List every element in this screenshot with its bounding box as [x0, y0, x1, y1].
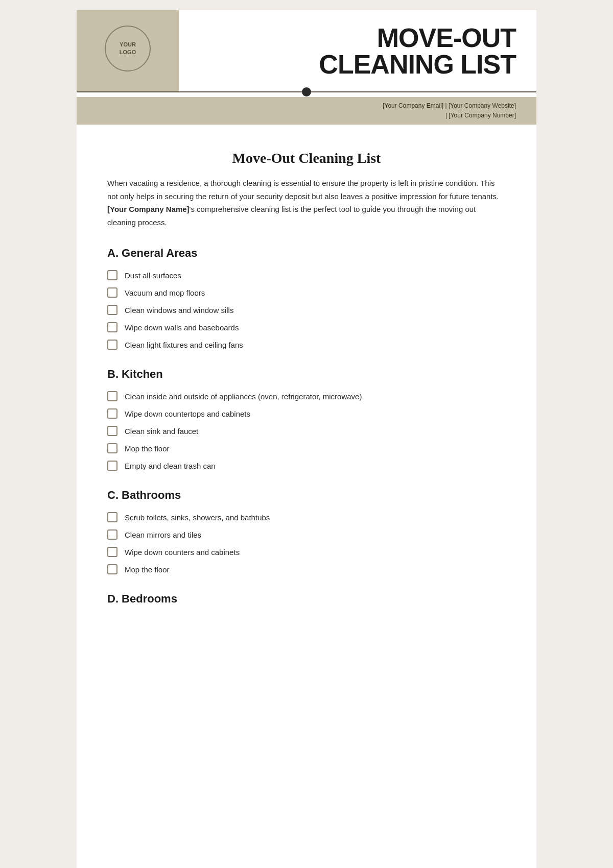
checkbox[interactable]	[107, 391, 117, 401]
section-title-b: B. Kitchen	[107, 368, 506, 381]
list-item: Vacuum and mop floors	[107, 287, 506, 298]
header-left-panel: YOUR LOGO	[77, 10, 179, 92]
section-bathrooms: C. Bathrooms Scrub toilets, sinks, showe…	[107, 489, 506, 574]
list-item: Mop the floor	[107, 564, 506, 574]
checkbox[interactable]	[107, 287, 117, 298]
list-item: Clean light fixtures and ceiling fans	[107, 340, 506, 350]
checkbox[interactable]	[107, 461, 117, 471]
divider-dot	[302, 87, 311, 97]
list-item: Wipe down walls and baseboards	[107, 322, 506, 332]
list-item: Scrub toilets, sinks, showers, and batht…	[107, 512, 506, 522]
section-general-areas: A. General Areas Dust all surfaces Vacuu…	[107, 247, 506, 350]
checkbox[interactable]	[107, 408, 117, 419]
main-content: Move-Out Cleaning List When vacating a r…	[77, 125, 536, 654]
checkbox[interactable]	[107, 426, 117, 436]
checklist-b: Clean inside and outside of appliances (…	[107, 391, 506, 471]
section-bedrooms: D. Bedrooms	[107, 592, 506, 606]
section-kitchen: B. Kitchen Clean inside and outside of a…	[107, 368, 506, 471]
checkbox[interactable]	[107, 564, 117, 574]
section-title-c: C. Bathrooms	[107, 489, 506, 502]
checkbox[interactable]	[107, 340, 117, 350]
checkbox[interactable]	[107, 305, 117, 315]
intro-paragraph: When vacating a residence, a thorough cl…	[107, 177, 506, 229]
contact-info: [Your Company Email] | [Your Company Web…	[383, 101, 516, 120]
list-item: Empty and clean trash can	[107, 461, 506, 471]
logo-circle: YOUR LOGO	[105, 26, 151, 71]
contact-bar: [Your Company Email] | [Your Company Web…	[77, 97, 536, 125]
checkbox[interactable]	[107, 512, 117, 522]
checkbox[interactable]	[107, 529, 117, 540]
page: YOUR LOGO MOVE-OUT CLEANING LIST [Your C…	[77, 10, 536, 868]
checklist-c: Scrub toilets, sinks, showers, and batht…	[107, 512, 506, 574]
list-item: Dust all surfaces	[107, 270, 506, 280]
list-item: Clean sink and faucet	[107, 426, 506, 436]
section-title-a: A. General Areas	[107, 247, 506, 260]
checkbox[interactable]	[107, 322, 117, 332]
checkbox[interactable]	[107, 270, 117, 280]
header: YOUR LOGO MOVE-OUT CLEANING LIST	[77, 10, 536, 92]
list-item: Wipe down counters and cabinets	[107, 547, 506, 557]
list-item: Clean mirrors and tiles	[107, 529, 506, 540]
list-item: Clean inside and outside of appliances (…	[107, 391, 506, 401]
divider-row	[77, 87, 536, 97]
section-title-d: D. Bedrooms	[107, 592, 506, 606]
list-item: Clean windows and window sills	[107, 305, 506, 315]
list-item: Wipe down countertops and cabinets	[107, 408, 506, 419]
checkbox[interactable]	[107, 443, 117, 453]
checkbox[interactable]	[107, 547, 117, 557]
main-title: MOVE-OUT CLEANING LIST	[319, 25, 516, 78]
list-item: Mop the floor	[107, 443, 506, 453]
header-right-panel: MOVE-OUT CLEANING LIST	[179, 10, 536, 92]
logo-text: YOUR LOGO	[120, 41, 136, 57]
checklist-a: Dust all surfaces Vacuum and mop floors …	[107, 270, 506, 350]
document-title: Move-Out Cleaning List	[107, 150, 506, 166]
